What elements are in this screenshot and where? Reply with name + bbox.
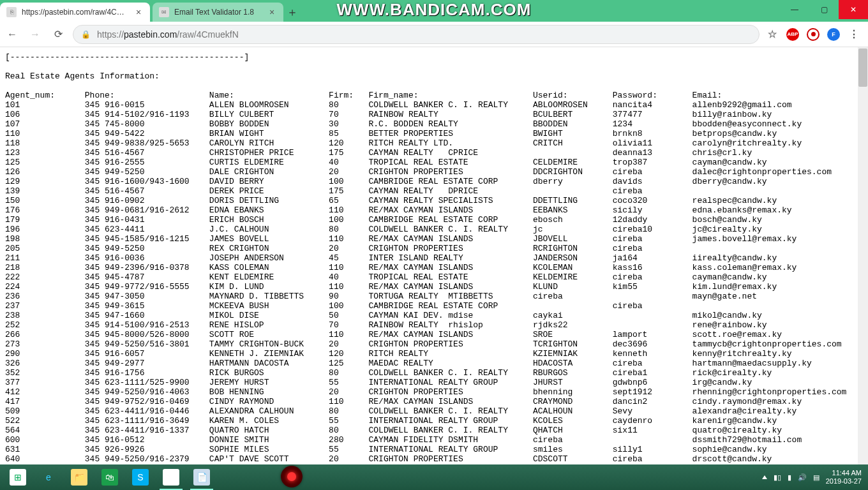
vertical-scrollbar[interactable] bbox=[858, 47, 868, 464]
reload-button[interactable]: ⟳ bbox=[50, 26, 66, 43]
input-icon[interactable]: ▤ bbox=[813, 473, 819, 482]
forward-button[interactable]: → bbox=[27, 26, 43, 43]
favicon-icon: ⎘ bbox=[6, 7, 17, 17]
volume-icon[interactable]: 🔊 bbox=[798, 473, 807, 482]
clock-date: 2019-03-27 bbox=[826, 477, 862, 486]
record-extension-icon[interactable] bbox=[807, 28, 819, 41]
browser-menu-icon[interactable]: ⋮ bbox=[848, 28, 860, 41]
profile-avatar-icon[interactable]: F bbox=[827, 28, 840, 41]
browser-tab-active[interactable]: ⎘ https://pastebin.com/raw/4Cmu… × bbox=[0, 3, 150, 22]
clock-time: 11:44 AM bbox=[826, 469, 862, 477]
tab-title: Email Text Validator 1.8 bbox=[174, 8, 262, 17]
taskbar-clock[interactable]: 11:44 AM 2019-03-27 bbox=[826, 469, 862, 486]
page-content: [---------------------------------------… bbox=[0, 47, 868, 464]
tray-overflow-icon[interactable] bbox=[762, 475, 767, 479]
url-scheme: https:// bbox=[97, 29, 124, 40]
scroll-thumb[interactable] bbox=[858, 48, 867, 87]
taskbar-notepad[interactable]: 📄 bbox=[186, 464, 217, 490]
windows-taskbar: ⊞ e 📁 🛍 S ◉ 📄 ▮▯ ▮ 🔊 ▤ 11:44 AM 2019-03-… bbox=[0, 464, 868, 490]
tab-title: https://pastebin.com/raw/4Cmu… bbox=[22, 8, 128, 17]
taskbar-chrome[interactable]: ◉ bbox=[156, 464, 186, 490]
new-tab-button[interactable]: ＋ bbox=[283, 3, 301, 22]
adblock-icon[interactable]: ABP bbox=[786, 28, 799, 41]
maximize-button[interactable]: ▢ bbox=[809, 0, 839, 19]
close-tab-icon[interactable]: × bbox=[133, 7, 144, 17]
close-window-button[interactable]: ✕ bbox=[839, 0, 868, 19]
system-tray[interactable]: ▮▯ ▮ 🔊 ▤ 11:44 AM 2019-03-27 bbox=[762, 469, 865, 486]
bookmark-star-icon[interactable]: ☆ bbox=[766, 28, 779, 41]
minimize-button[interactable]: — bbox=[780, 0, 809, 19]
browser-titlebar: ⎘ https://pastebin.com/raw/4Cmu… × ✉ Ema… bbox=[0, 0, 868, 22]
taskbar-explorer[interactable]: 📁 bbox=[64, 464, 94, 490]
lock-icon: 🔒 bbox=[81, 30, 91, 39]
raw-text-body[interactable]: [---------------------------------------… bbox=[0, 47, 868, 464]
favicon-icon: ✉ bbox=[159, 7, 169, 17]
bandicam-record-indicator-icon bbox=[281, 466, 303, 487]
taskbar-ie[interactable]: e bbox=[33, 464, 64, 490]
window-controls: — ▢ ✕ bbox=[780, 0, 868, 22]
network-icon[interactable]: ▮ bbox=[788, 473, 791, 482]
browser-tab-inactive[interactable]: ✉ Email Text Validator 1.8 × bbox=[153, 3, 283, 22]
back-button[interactable]: ← bbox=[4, 26, 20, 43]
taskbar-skype[interactable]: S bbox=[125, 464, 156, 490]
start-button[interactable]: ⊞ bbox=[3, 464, 33, 490]
close-tab-icon[interactable]: × bbox=[267, 7, 277, 17]
battery-icon[interactable]: ▮▯ bbox=[774, 473, 781, 482]
address-bar[interactable]: 🔒 https://pastebin.com/raw/4CmuekfN bbox=[73, 25, 760, 44]
url-path: /raw/4CmuekfN bbox=[177, 29, 238, 40]
taskbar-store[interactable]: 🛍 bbox=[94, 464, 125, 490]
browser-toolbar: ← → ⟳ 🔒 https://pastebin.com/raw/4Cmuekf… bbox=[0, 22, 868, 47]
url-text: https://pastebin.com/raw/4CmuekfN bbox=[97, 29, 239, 40]
url-host: pastebin.com bbox=[124, 29, 177, 40]
